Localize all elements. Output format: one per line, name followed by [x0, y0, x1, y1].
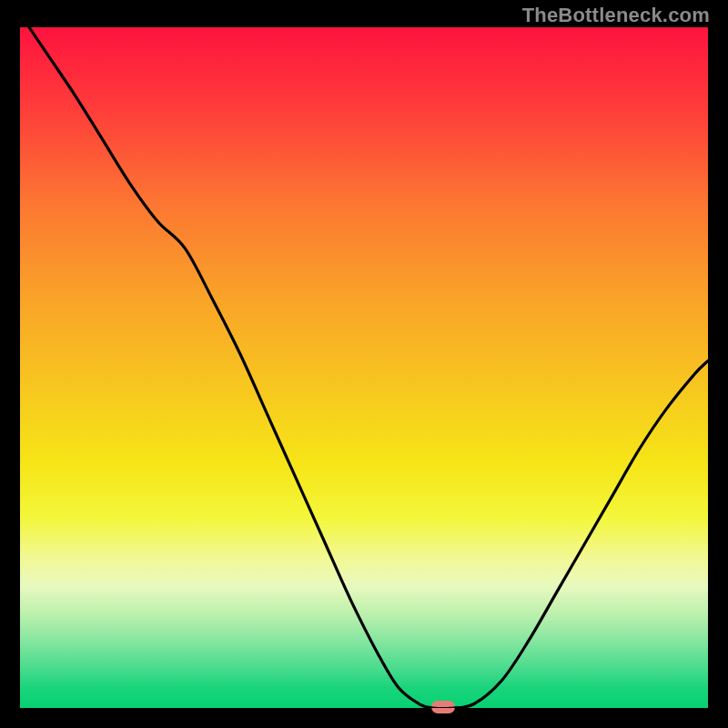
watermark-text: TheBottleneck.com: [522, 4, 710, 27]
chart-curve-svg: [20, 27, 708, 708]
bottleneck-curve: [20, 27, 708, 708]
chart-container: TheBottleneck.com: [0, 0, 728, 728]
